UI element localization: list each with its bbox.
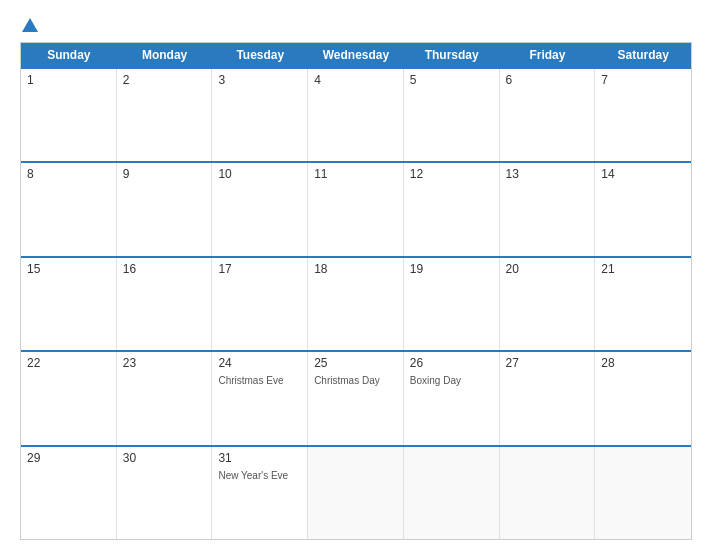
day-header-wednesday: Wednesday (308, 43, 404, 67)
calendar-cell: 28 (595, 352, 691, 444)
calendar-cell: 9 (117, 163, 213, 255)
calendar-page: SundayMondayTuesdayWednesdayThursdayFrid… (0, 0, 712, 550)
date-number: 4 (314, 73, 397, 87)
logo (20, 18, 40, 32)
calendar-cell: 3 (212, 69, 308, 161)
calendar-cell: 16 (117, 258, 213, 350)
date-number: 25 (314, 356, 397, 370)
date-number: 23 (123, 356, 206, 370)
calendar-cell: 14 (595, 163, 691, 255)
calendar-cell: 29 (21, 447, 117, 539)
week-row-3: 15161718192021 (21, 256, 691, 350)
calendar-cell: 11 (308, 163, 404, 255)
calendar-cell: 7 (595, 69, 691, 161)
calendar-cell: 4 (308, 69, 404, 161)
calendar-grid: SundayMondayTuesdayWednesdayThursdayFrid… (20, 42, 692, 540)
date-number: 15 (27, 262, 110, 276)
date-number: 28 (601, 356, 685, 370)
calendar-cell: 24Christmas Eve (212, 352, 308, 444)
calendar-cell: 30 (117, 447, 213, 539)
calendar-cell: 26Boxing Day (404, 352, 500, 444)
date-number: 9 (123, 167, 206, 181)
header (20, 18, 692, 32)
calendar-cell: 10 (212, 163, 308, 255)
calendar-cell: 21 (595, 258, 691, 350)
calendar-cell: 17 (212, 258, 308, 350)
calendar-cell (500, 447, 596, 539)
calendar-cell: 18 (308, 258, 404, 350)
day-header-monday: Monday (117, 43, 213, 67)
date-number: 12 (410, 167, 493, 181)
date-number: 27 (506, 356, 589, 370)
date-number: 30 (123, 451, 206, 465)
date-number: 14 (601, 167, 685, 181)
calendar-cell: 19 (404, 258, 500, 350)
date-number: 24 (218, 356, 301, 370)
calendar-cell: 31New Year's Eve (212, 447, 308, 539)
date-number: 31 (218, 451, 301, 465)
date-number: 22 (27, 356, 110, 370)
cell-event: New Year's Eve (218, 469, 301, 482)
day-header-thursday: Thursday (404, 43, 500, 67)
calendar-cell: 5 (404, 69, 500, 161)
date-number: 19 (410, 262, 493, 276)
calendar-cell: 13 (500, 163, 596, 255)
date-number: 7 (601, 73, 685, 87)
date-number: 18 (314, 262, 397, 276)
date-number: 5 (410, 73, 493, 87)
date-number: 11 (314, 167, 397, 181)
calendar-cell: 2 (117, 69, 213, 161)
date-number: 21 (601, 262, 685, 276)
date-number: 17 (218, 262, 301, 276)
logo-triangle-icon (22, 18, 38, 32)
date-number: 3 (218, 73, 301, 87)
calendar-cell: 23 (117, 352, 213, 444)
date-number: 13 (506, 167, 589, 181)
date-number: 8 (27, 167, 110, 181)
week-row-2: 891011121314 (21, 161, 691, 255)
date-number: 26 (410, 356, 493, 370)
calendar-cell: 25Christmas Day (308, 352, 404, 444)
day-header-sunday: Sunday (21, 43, 117, 67)
day-header-tuesday: Tuesday (212, 43, 308, 67)
week-row-1: 1234567 (21, 67, 691, 161)
calendar-body: 123456789101112131415161718192021222324C… (21, 67, 691, 539)
calendar-cell: 27 (500, 352, 596, 444)
day-header-friday: Friday (500, 43, 596, 67)
week-row-5: 293031New Year's Eve (21, 445, 691, 539)
calendar-cell: 20 (500, 258, 596, 350)
date-number: 29 (27, 451, 110, 465)
calendar-cell: 22 (21, 352, 117, 444)
days-header: SundayMondayTuesdayWednesdayThursdayFrid… (21, 43, 691, 67)
calendar-cell: 1 (21, 69, 117, 161)
date-number: 16 (123, 262, 206, 276)
calendar-cell (595, 447, 691, 539)
week-row-4: 222324Christmas Eve25Christmas Day26Boxi… (21, 350, 691, 444)
date-number: 10 (218, 167, 301, 181)
cell-event: Christmas Eve (218, 374, 301, 387)
day-header-saturday: Saturday (595, 43, 691, 67)
calendar-cell: 12 (404, 163, 500, 255)
calendar-cell: 15 (21, 258, 117, 350)
calendar-cell: 6 (500, 69, 596, 161)
cell-event: Christmas Day (314, 374, 397, 387)
calendar-cell (308, 447, 404, 539)
date-number: 6 (506, 73, 589, 87)
date-number: 1 (27, 73, 110, 87)
calendar-cell: 8 (21, 163, 117, 255)
date-number: 20 (506, 262, 589, 276)
calendar-cell (404, 447, 500, 539)
cell-event: Boxing Day (410, 374, 493, 387)
date-number: 2 (123, 73, 206, 87)
